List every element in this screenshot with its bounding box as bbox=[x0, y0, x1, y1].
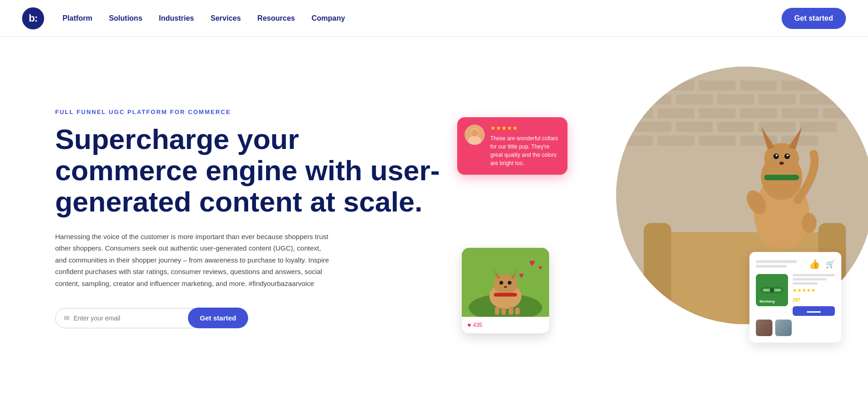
svg-rect-58 bbox=[495, 307, 499, 315]
svg-rect-7 bbox=[635, 94, 671, 104]
hero-body: Harnessing the voice of the customer is … bbox=[55, 231, 331, 290]
hero-left: FULL FUNNEL UGC PLATFORM FOR COMMERCE Su… bbox=[55, 109, 466, 328]
svg-rect-10 bbox=[759, 94, 795, 104]
like-icon: ♥ bbox=[467, 321, 471, 329]
email-input-wrapper[interactable]: ✉ bbox=[55, 308, 202, 328]
nav-item-services[interactable]: Services bbox=[210, 14, 241, 23]
nav-get-started-button[interactable]: Get started bbox=[782, 8, 846, 29]
svg-point-55 bbox=[508, 281, 511, 285]
svg-rect-23 bbox=[616, 136, 653, 146]
heart-float-3: ♥ bbox=[539, 264, 542, 271]
svg-point-37 bbox=[784, 154, 790, 159]
svg-point-43 bbox=[802, 213, 817, 233]
svg-rect-12 bbox=[616, 108, 653, 118]
svg-rect-59 bbox=[501, 308, 506, 315]
product-image: Mustang bbox=[756, 274, 788, 306]
svg-rect-3 bbox=[699, 80, 736, 91]
svg-rect-2 bbox=[658, 80, 694, 91]
svg-rect-14 bbox=[699, 108, 736, 118]
product-thumb-2 bbox=[775, 320, 792, 336]
main-nav: b: Platform Solutions Industries Service… bbox=[0, 0, 868, 37]
nav-item-solutions[interactable]: Solutions bbox=[109, 14, 142, 23]
svg-rect-60 bbox=[509, 307, 513, 315]
nav-item-industries[interactable]: Industries bbox=[159, 14, 194, 23]
svg-text:Mustang: Mustang bbox=[760, 299, 775, 303]
svg-point-47 bbox=[471, 129, 478, 137]
svg-point-40 bbox=[779, 162, 784, 165]
svg-point-38 bbox=[776, 154, 777, 156]
svg-rect-13 bbox=[658, 108, 694, 118]
review-card: ★★★★★ These are wonderful collars for ou… bbox=[457, 117, 567, 175]
product-thumbnails bbox=[756, 320, 835, 336]
logo[interactable]: b: bbox=[22, 7, 44, 29]
svg-rect-4 bbox=[740, 80, 777, 91]
svg-rect-11 bbox=[800, 94, 837, 104]
form-get-started-button[interactable]: Get started bbox=[188, 308, 248, 328]
product-card: 👍 🛒 Mustang bbox=[749, 252, 841, 343]
svg-rect-19 bbox=[676, 122, 713, 132]
logo-icon: b: bbox=[22, 7, 44, 29]
nav-item-platform[interactable]: Platform bbox=[62, 14, 92, 23]
svg-rect-20 bbox=[717, 122, 754, 132]
hero-section: FULL FUNNEL UGC PLATFORM FOR COMMERCE Su… bbox=[0, 37, 868, 400]
svg-rect-61 bbox=[515, 308, 520, 315]
email-input[interactable] bbox=[74, 314, 193, 322]
product-review-count: 297 bbox=[793, 297, 800, 303]
svg-point-36 bbox=[773, 154, 779, 159]
svg-rect-41 bbox=[764, 175, 799, 180]
nav-links: Platform Solutions Industries Services R… bbox=[62, 14, 782, 23]
svg-rect-17 bbox=[823, 108, 868, 118]
hero-title: Supercharge your commerce engine with us… bbox=[55, 124, 448, 218]
svg-rect-21 bbox=[759, 122, 795, 132]
svg-rect-22 bbox=[800, 122, 837, 132]
svg-rect-16 bbox=[782, 108, 818, 118]
nav-item-company[interactable]: Company bbox=[312, 14, 345, 23]
svg-rect-15 bbox=[740, 108, 777, 118]
svg-point-39 bbox=[787, 154, 789, 156]
svg-rect-8 bbox=[676, 94, 713, 104]
svg-rect-29 bbox=[644, 223, 671, 324]
review-stars: ★★★★★ bbox=[490, 125, 560, 131]
social-card-image: ♥ ♥ ♥ bbox=[462, 248, 549, 317]
product-thumb-1 bbox=[756, 320, 772, 336]
review-text: These are wonderful collars for our litt… bbox=[490, 134, 560, 167]
heart-float-2: ♥ bbox=[519, 271, 524, 280]
svg-rect-24 bbox=[658, 136, 694, 146]
svg-point-54 bbox=[499, 281, 503, 285]
hero-form: ✉ Get started bbox=[55, 308, 248, 328]
svg-rect-6 bbox=[823, 80, 868, 91]
svg-rect-1 bbox=[616, 80, 653, 91]
social-card-footer: ♥ 435 bbox=[462, 317, 549, 333]
product-stars: ★★★★★ bbox=[793, 287, 835, 293]
product-action-button[interactable]: ▬▬▬ bbox=[793, 306, 835, 316]
email-icon: ✉ bbox=[64, 314, 70, 322]
heart-float-1: ♥ bbox=[529, 257, 535, 269]
svg-rect-9 bbox=[717, 94, 754, 104]
thumbsup-icon: 👍 bbox=[809, 258, 820, 269]
social-card: ♥ ♥ ♥ ♥ 435 bbox=[462, 248, 549, 333]
social-like-count: 435 bbox=[473, 322, 482, 328]
reviewer-avatar bbox=[465, 125, 485, 145]
hero-eyebrow: FULL FUNNEL UGC PLATFORM FOR COMMERCE bbox=[55, 109, 448, 115]
cart-icon: 🛒 bbox=[826, 260, 835, 269]
svg-rect-25 bbox=[699, 136, 736, 146]
svg-rect-18 bbox=[635, 122, 671, 132]
nav-item-resources[interactable]: Resources bbox=[257, 14, 295, 23]
svg-rect-57 bbox=[494, 293, 517, 297]
svg-point-65 bbox=[770, 288, 774, 292]
hero-right: ★★★★★ These are wonderful collars for ou… bbox=[466, 76, 846, 361]
svg-point-56 bbox=[504, 286, 507, 288]
svg-rect-5 bbox=[782, 80, 818, 91]
